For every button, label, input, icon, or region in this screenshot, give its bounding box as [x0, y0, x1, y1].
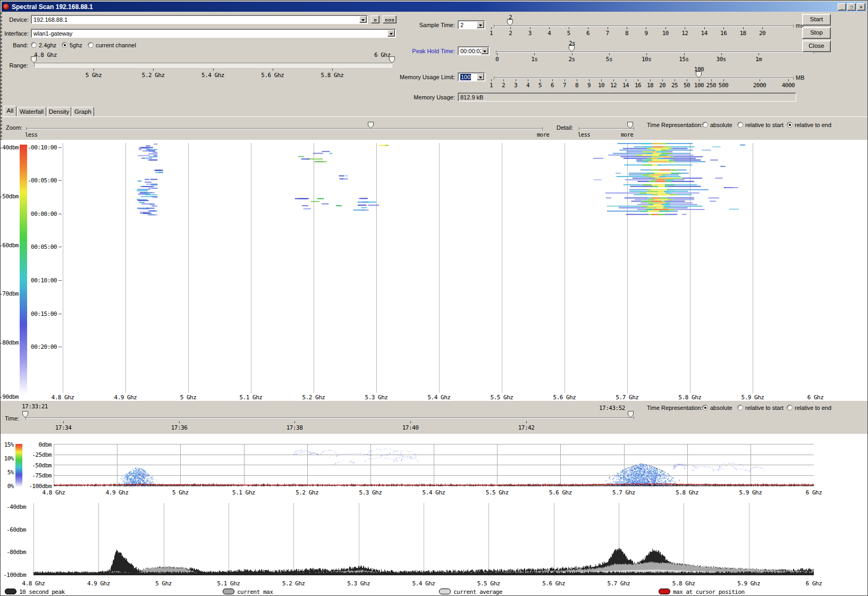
detail-slider[interactable] [579, 128, 634, 129]
tick-label: 10 [662, 30, 669, 37]
tab-density[interactable]: Density [47, 107, 71, 116]
timerep2-radio-relative-end[interactable]: relative to end [787, 404, 831, 411]
tick-mark [526, 421, 527, 423]
axis-label: -00:05:00 [28, 177, 57, 184]
range-slider-handle-right[interactable] [389, 56, 395, 63]
time-handle-end[interactable] [628, 411, 634, 418]
band-radio-current-channel[interactable]: current channel [88, 41, 136, 48]
tick-label: 2 [509, 30, 512, 37]
tick-label: 17:40 [402, 424, 419, 431]
timerep-radio-relative-start[interactable]: relative to start [737, 121, 783, 128]
time-handle-start[interactable] [22, 411, 28, 418]
tick-label: 9 [587, 82, 591, 89]
timerep2-radio-absolute[interactable]: absolute [702, 404, 732, 411]
tick-mark [638, 79, 638, 81]
waterfall-plot[interactable] [63, 143, 815, 393]
sample-time-slider[interactable] [494, 26, 794, 27]
three-squares-icon [385, 19, 387, 21]
window-title: Spectral Scan 192.168.88.1 [12, 3, 93, 11]
memory-limit-handle[interactable] [696, 71, 702, 78]
tick-mark [627, 27, 627, 29]
tick-label: 5.4 Ghz [412, 580, 435, 587]
tick-label: 20 [659, 82, 665, 89]
tick-mark [332, 69, 333, 71]
density-plot[interactable] [54, 444, 814, 486]
tick-label: 250 [706, 82, 716, 89]
tick-label: 8 [575, 82, 578, 89]
radio-icon [702, 405, 708, 410]
peak-hold-slider[interactable] [496, 52, 814, 53]
range-slider-handle-left[interactable] [31, 56, 37, 63]
tick-label: 16 [720, 30, 727, 37]
device-input[interactable]: 192.168.88.1 [31, 15, 368, 24]
stop-button[interactable]: Stop [802, 27, 831, 39]
peak-hold-handle[interactable] [569, 45, 575, 52]
time-start-label: 17:33:21 [22, 403, 48, 410]
tab-graph[interactable]: Graph [72, 107, 94, 116]
sample-time-label: Sample Time: [365, 22, 455, 28]
tick-label: 17:34 [55, 424, 72, 431]
memory-usage-label: Memory Usage: [365, 94, 455, 100]
tick-mark [675, 79, 675, 81]
row-tick [58, 147, 62, 148]
interface-input[interactable]: wlan1-gateway [31, 29, 396, 38]
tick-label: 5.3 Ghz [359, 489, 382, 496]
tick-label: 16 [635, 82, 641, 89]
axis-label: -80dbm [0, 339, 19, 346]
tab-waterfall[interactable]: Waterfall [17, 107, 46, 116]
axis-label: 15% [4, 441, 14, 448]
restore-button[interactable]: ❐ [847, 3, 856, 11]
band-radio-5ghz[interactable]: 5ghz [62, 41, 82, 48]
legend-swatch-3 [439, 589, 451, 594]
band-radio-24ghz[interactable]: 2.4ghz [31, 41, 56, 48]
time-slider[interactable] [26, 417, 634, 418]
tick-label: 25 [671, 82, 678, 89]
graph-plot[interactable] [33, 503, 814, 577]
tick-mark [608, 27, 608, 29]
range-slider-track[interactable] [34, 63, 392, 68]
zoom-slider[interactable] [26, 128, 543, 129]
tick-mark [552, 79, 553, 81]
peak-hold-time-dropdown-button[interactable] [481, 47, 488, 54]
axis-label: -75dbm [32, 472, 52, 479]
memory-limit-unit: MB [796, 74, 805, 81]
legend-swatch-2 [223, 589, 234, 594]
tick-label: 6 [586, 30, 589, 37]
tick-label: 1s [531, 56, 537, 63]
tick-label: 5.8 Ghz [321, 72, 344, 79]
memory-limit-dropdown-button[interactable] [477, 73, 484, 80]
sample-time-dropdown-button[interactable] [477, 21, 484, 28]
tick-mark [491, 27, 492, 29]
close-button[interactable]: Close [802, 40, 831, 52]
tick-mark [662, 79, 663, 81]
interface-dropdown-button[interactable] [387, 30, 395, 37]
axis-label: -50dbm [0, 193, 19, 200]
memory-limit-slider[interactable] [494, 78, 794, 79]
titlebar: Spectral Scan 192.168.88.1 _ ❐ ✕ [2, 2, 866, 12]
detail-handle[interactable] [627, 122, 633, 129]
tick-mark [564, 79, 565, 81]
tick-mark [788, 79, 789, 81]
close-window-button[interactable]: ✕ [857, 3, 865, 11]
tab-all[interactable]: All [4, 106, 16, 116]
timerep2-radio-relative-start[interactable]: relative to start [737, 404, 783, 411]
detail-less-label: less [578, 131, 590, 138]
tick-mark [601, 79, 602, 81]
tick-label: 1 [490, 30, 493, 37]
start-button[interactable]: Start [802, 14, 831, 26]
tick-mark [759, 53, 759, 55]
axis-label: -60dbm [0, 242, 19, 249]
timerep-radio-absolute[interactable]: absolute [702, 121, 732, 128]
time-representation-label: Time Representation: [647, 122, 703, 128]
minimize-button[interactable]: _ [838, 3, 846, 11]
tick-label: 50 [684, 82, 690, 89]
timerep-radio-relative-end[interactable]: relative to end [787, 121, 831, 128]
tick-label: 4 [526, 82, 529, 89]
sample-time-handle[interactable] [507, 19, 513, 26]
tick-label: 5.1 Ghz [217, 580, 240, 587]
tick-label: 5.1 Ghz [232, 489, 255, 496]
tick-label: 5.6 Ghz [549, 489, 572, 496]
axis-label: 00:05:00 [31, 244, 57, 250]
zoom-handle[interactable] [368, 122, 374, 129]
tick-mark [516, 79, 516, 81]
